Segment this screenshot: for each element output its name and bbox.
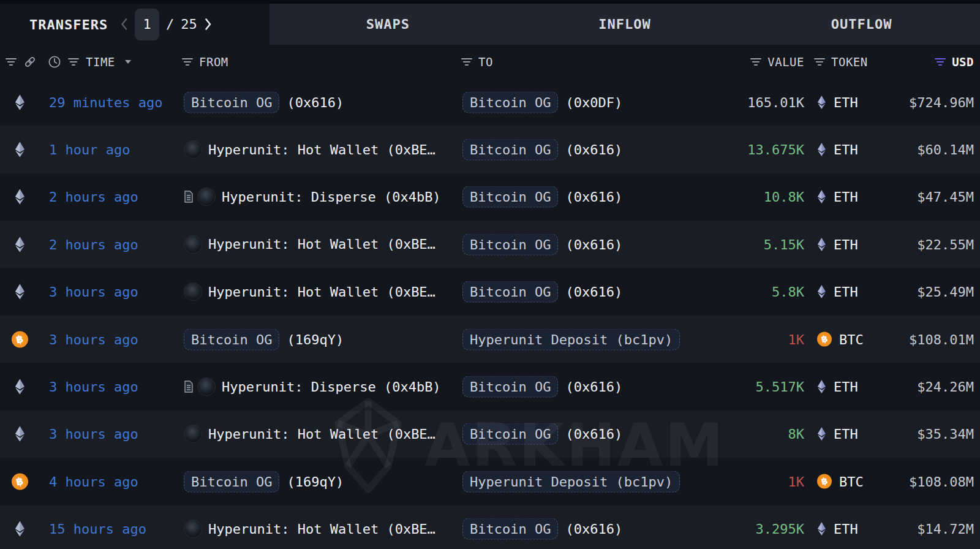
token-symbol: ETH: [834, 189, 858, 205]
to-cell: Bitcoin OG (0x616): [462, 139, 622, 161]
entity-label[interactable]: Hyperunit: Disperse (0x4bB): [222, 189, 441, 205]
column-time[interactable]: TIME: [86, 55, 132, 69]
time-link[interactable]: 2 hours ago: [49, 237, 138, 252]
entity-label[interactable]: Hyperunit: Hot Wallet (0xBE…: [208, 142, 435, 157]
column-token[interactable]: TOKEN: [813, 55, 868, 69]
value-amount: 8K: [788, 426, 805, 442]
token-cell: ฿ ETH: [817, 237, 858, 252]
tab-swaps[interactable]: SWAPS: [270, 4, 507, 45]
time-link[interactable]: 3 hours ago: [49, 379, 138, 395]
ethereum-icon: [15, 379, 25, 395]
table-row[interactable]: ฿ 2 hours ago Hyperunit: Disperse (0x4bB…: [0, 173, 980, 221]
tab-outflow[interactable]: OUTFLOW: [743, 4, 980, 45]
time-link[interactable]: 1 hour ago: [49, 142, 130, 157]
value-amount: 1K: [788, 331, 805, 347]
filter-icon[interactable]: [5, 57, 17, 67]
table-row[interactable]: ฿ 4 hours ago Bitcoin OG (169qY) Hyperun…: [0, 458, 980, 505]
ethereum-icon: [15, 189, 25, 205]
from-cell: Hyperunit: Disperse (0x4bB): [184, 377, 441, 396]
chain-cell: ฿: [10, 379, 29, 395]
time-link[interactable]: 3 hours ago: [49, 284, 138, 300]
column-usd[interactable]: USD: [934, 55, 974, 69]
eth-token-icon: [817, 190, 826, 204]
time-link[interactable]: 15 hours ago: [49, 521, 146, 537]
tab-inflow[interactable]: INFLOW: [507, 4, 744, 45]
address-text: (0x616): [565, 284, 622, 300]
time-link[interactable]: 3 hours ago: [49, 331, 138, 347]
entity-pill[interactable]: Bitcoin OG: [462, 518, 558, 540]
to-cell: Bitcoin OG (0x616): [462, 281, 622, 303]
clock-icon[interactable]: [48, 55, 61, 69]
table-row[interactable]: ฿ 15 hours ago Hyperunit: Hot Wallet (0x…: [0, 505, 980, 549]
entity-pill[interactable]: Bitcoin OG: [462, 186, 558, 208]
column-header-row: TIME FROM TO VALUE TOKEN USD: [0, 45, 980, 78]
document-icon: [184, 381, 194, 393]
column-from[interactable]: FROM: [181, 55, 228, 69]
entity-label[interactable]: Hyperunit: Hot Wallet (0xBE…: [208, 426, 435, 442]
eth-token-icon: [817, 380, 826, 394]
address-text: (0x616): [565, 426, 622, 442]
token-cell: ฿ ETH: [817, 189, 858, 205]
entity-pill[interactable]: Bitcoin OG: [462, 233, 558, 255]
chevron-left-icon[interactable]: [120, 18, 128, 31]
token-symbol: ETH: [834, 142, 858, 157]
entity-pill[interactable]: Bitcoin OG: [462, 281, 558, 303]
link-icon[interactable]: [23, 55, 37, 69]
value-amount: 3.295K: [756, 521, 804, 537]
column-to[interactable]: TO: [461, 55, 493, 69]
entity-pill[interactable]: Hyperunit Deposit (bc1pv): [462, 471, 680, 492]
chain-cell: ฿: [10, 331, 29, 347]
value-amount: 5.8K: [772, 284, 804, 300]
filter-icon[interactable]: [67, 57, 80, 67]
table-row[interactable]: ฿ 2 hours ago Hyperunit: Hot Wallet (0xB…: [0, 221, 980, 268]
chain-cell: ฿: [10, 94, 29, 110]
entity-pill[interactable]: Bitcoin OG: [184, 471, 279, 492]
tab-bar: TRANSFERS 1 / 25 SWAPS INFLOW OUTFLOW: [0, 4, 980, 45]
time-link[interactable]: 4 hours ago: [49, 474, 138, 489]
from-cell: Hyperunit: Hot Wallet (0xBE…: [184, 235, 435, 254]
entity-pill[interactable]: Bitcoin OG: [184, 91, 279, 113]
usd-amount: $24.26M: [917, 379, 974, 395]
entity-label[interactable]: Hyperunit: Disperse (0x4bB): [222, 379, 441, 395]
token-cell: ฿ ETH: [817, 379, 858, 395]
entity-pill[interactable]: Bitcoin OG: [184, 328, 279, 350]
eth-token-icon: [817, 285, 826, 299]
eth-token-icon: [817, 522, 826, 536]
total-pages: 25: [181, 17, 197, 32]
address-text: (169qY): [287, 331, 344, 347]
table-row[interactable]: ฿ 3 hours ago Hyperunit: Hot Wallet (0xB…: [0, 411, 980, 458]
address-text: (0x616): [287, 94, 344, 110]
hyperunit-icon: [184, 425, 202, 443]
entity-pill[interactable]: Bitcoin OG: [462, 91, 558, 113]
chain-cell: ฿: [10, 236, 29, 252]
entity-label[interactable]: Hyperunit: Hot Wallet (0xBE…: [208, 521, 435, 537]
time-link[interactable]: 3 hours ago: [49, 426, 138, 442]
time-link[interactable]: 2 hours ago: [49, 189, 138, 205]
entity-label[interactable]: Hyperunit: Hot Wallet (0xBE…: [208, 237, 435, 252]
usd-amount: $47.45M: [917, 189, 974, 205]
time-link[interactable]: 29 minutes ago: [49, 94, 162, 110]
table-row[interactable]: ฿ 3 hours ago Bitcoin OG (169qY) Hyperun…: [0, 316, 980, 363]
table-row[interactable]: ฿ 3 hours ago Hyperunit: Hot Wallet (0xB…: [0, 268, 980, 316]
token-cell: ฿ ETH: [817, 142, 858, 157]
usd-amount: $22.55M: [917, 237, 974, 252]
column-value[interactable]: VALUE: [750, 55, 804, 69]
entity-pill[interactable]: Bitcoin OG: [462, 139, 558, 161]
chain-cell: ฿: [10, 142, 29, 158]
table-row[interactable]: ฿ 1 hour ago Hyperunit: Hot Wallet (0xBE…: [0, 126, 980, 173]
table-row[interactable]: ฿ 3 hours ago Hyperunit: Disperse (0x4bB…: [0, 363, 980, 410]
entity-pill[interactable]: Bitcoin OG: [462, 376, 558, 398]
inactive-tabs: SWAPS INFLOW OUTFLOW: [270, 4, 980, 45]
usd-amount: $724.96M: [909, 94, 974, 110]
entity-pill[interactable]: Bitcoin OG: [462, 423, 558, 445]
hyperunit-icon: [184, 520, 202, 538]
eth-token-icon: [817, 95, 826, 109]
eth-token-icon: [817, 237, 826, 251]
entity-label[interactable]: Hyperunit: Hot Wallet (0xBE…: [208, 284, 435, 300]
chevron-right-icon[interactable]: [204, 18, 212, 31]
tab-transfers[interactable]: TRANSFERS 1 / 25: [0, 4, 270, 45]
caret-down-icon: [124, 59, 132, 64]
table-row[interactable]: ฿ 29 minutes ago Bitcoin OG (0x616) Bitc…: [0, 78, 980, 126]
token-cell: ฿ ETH: [817, 94, 858, 110]
entity-pill[interactable]: Hyperunit Deposit (bc1pv): [462, 328, 680, 350]
